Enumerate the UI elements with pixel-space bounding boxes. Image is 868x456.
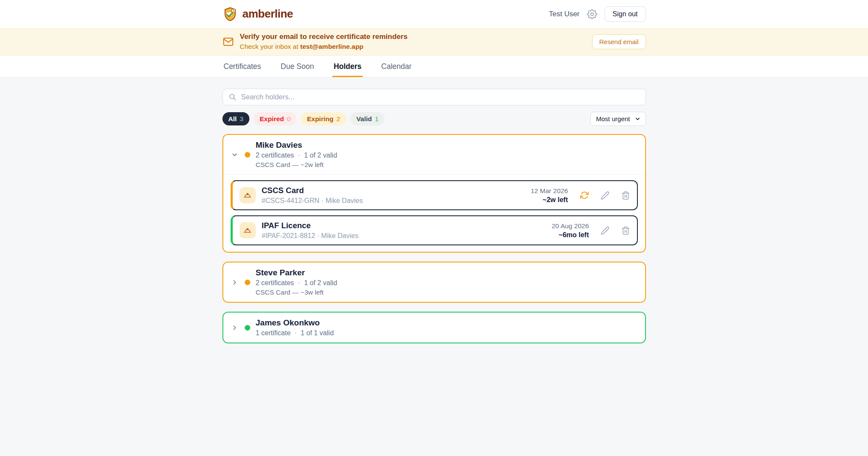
hard-hat-icon xyxy=(240,187,256,203)
tab-holders[interactable]: Holders xyxy=(332,56,363,77)
certificate-title: CSCS Card xyxy=(262,186,363,195)
renew-icon[interactable] xyxy=(580,191,589,200)
top-bar: amberline Test User Sign out xyxy=(0,0,868,28)
status-dot-expiring xyxy=(245,280,250,285)
holder-meta: 1 certificate · 1 of 1 valid xyxy=(256,329,334,337)
certificate-title: IPAF Licence xyxy=(262,221,358,230)
filter-valid-label: Valid xyxy=(356,115,372,123)
filter-expiring-label: Expiring xyxy=(307,115,333,123)
holder-valid-count: 1 of 2 valid xyxy=(304,152,337,159)
verify-email-banner: Verify your email to receive certificate… xyxy=(0,28,868,56)
holder-meta: 2 certificates · 1 of 2 valid xyxy=(256,152,338,159)
holder-header[interactable]: James Okonkwo 1 certificate · 1 of 1 val… xyxy=(223,313,645,343)
certificate-id-line: #CSCS-4412-GRN · Mike Davies xyxy=(262,197,363,205)
holder-valid-count: 1 of 1 valid xyxy=(301,329,334,337)
banner-title: Verify your email to receive certificate… xyxy=(240,33,408,41)
main-content: All3 Expired0 Expiring2 Valid1 Most urge… xyxy=(222,77,646,369)
filter-all[interactable]: All3 xyxy=(222,112,249,125)
edit-icon[interactable] xyxy=(601,226,610,235)
shield-logo-icon xyxy=(222,6,238,22)
holder-valid-count: 1 of 2 valid xyxy=(304,279,337,287)
holders-list: Mike Davies 2 certificates · 1 of 2 vali… xyxy=(222,134,646,343)
holder-header[interactable]: Mike Davies 2 certificates · 1 of 2 vali… xyxy=(223,135,645,174)
chevron-down-icon xyxy=(635,116,640,122)
brand: amberline xyxy=(222,6,293,22)
holder-name: Steve Parker xyxy=(256,268,338,277)
holder-card-steve-parker: Steve Parker 2 certificates · 1 of 2 val… xyxy=(222,262,646,303)
certificate-time-left: ~2w left xyxy=(530,196,568,204)
status-dot-valid xyxy=(245,325,250,331)
holder-meta: 2 certificates · 1 of 2 valid xyxy=(256,279,338,287)
certificate-row-ipaf-licence: IPAF Licence #IPAF-2021-8812 · Mike Davi… xyxy=(231,215,638,245)
holder-card-mike-davies: Mike Davies 2 certificates · 1 of 2 vali… xyxy=(222,134,646,253)
brand-name: amberline xyxy=(243,7,293,21)
holder-name: Mike Davies xyxy=(256,140,338,150)
holder-cert-count: 2 certificates xyxy=(256,152,294,159)
status-dot-expiring xyxy=(245,152,250,158)
hard-hat-icon xyxy=(240,222,256,238)
holder-card-james-okonkwo: James Okonkwo 1 certificate · 1 of 1 val… xyxy=(222,312,646,343)
delete-icon[interactable] xyxy=(621,226,630,235)
user-name: Test User xyxy=(549,10,580,18)
filter-all-label: All xyxy=(228,115,237,123)
banner-subtitle-prefix: Check your inbox at xyxy=(240,43,300,50)
separator-dot: · xyxy=(294,329,296,337)
sign-out-button[interactable]: Sign out xyxy=(604,6,646,22)
tab-certificates[interactable]: Certificates xyxy=(222,56,263,77)
delete-icon[interactable] xyxy=(621,191,630,200)
tab-due-soon[interactable]: Due Soon xyxy=(279,56,315,77)
search-input[interactable] xyxy=(222,89,646,105)
chevron-down-icon[interactable] xyxy=(231,151,239,158)
sort-dropdown[interactable]: Most urgent xyxy=(590,112,646,126)
filter-expiring-count: 2 xyxy=(336,115,340,123)
filter-expired-label: Expired xyxy=(260,115,284,123)
banner-email: test@amberline.app xyxy=(300,43,364,50)
certificate-id-line: #IPAF-2021-8812 · Mike Davies xyxy=(262,232,358,240)
banner-subtitle: Check your inbox at test@amberline.app xyxy=(240,43,408,51)
separator-dot: · xyxy=(298,279,300,287)
holder-cert-count: 2 certificates xyxy=(256,279,294,287)
filter-valid[interactable]: Valid1 xyxy=(350,112,385,125)
sort-selected-value: Most urgent xyxy=(596,115,630,122)
certificate-time-left: ~6mo left xyxy=(551,231,589,239)
filter-all-count: 3 xyxy=(240,115,243,123)
filter-expiring[interactable]: Expiring2 xyxy=(301,112,346,125)
holder-name: James Okonkwo xyxy=(256,318,334,328)
envelope-icon xyxy=(222,36,234,48)
certificate-expiry-date: 20 Aug 2026 xyxy=(551,222,589,230)
chevron-right-icon[interactable] xyxy=(231,279,239,286)
tab-calendar[interactable]: Calendar xyxy=(380,56,413,77)
filter-expired[interactable]: Expired0 xyxy=(254,112,296,125)
search-box xyxy=(222,89,646,105)
gear-icon[interactable] xyxy=(587,9,597,19)
filter-valid-count: 1 xyxy=(375,115,379,123)
search-icon xyxy=(228,93,237,101)
certificate-expiry-date: 12 Mar 2026 xyxy=(530,187,568,195)
certificate-row-cscs-card: CSCS Card #CSCS-4412-GRN · Mike Davies 1… xyxy=(231,180,638,210)
tab-bar: Certificates Due Soon Holders Calendar xyxy=(0,56,868,77)
edit-icon[interactable] xyxy=(601,191,610,200)
chevron-right-icon[interactable] xyxy=(231,324,239,331)
resend-email-button[interactable]: Resend email xyxy=(592,34,646,49)
filter-row: All3 Expired0 Expiring2 Valid1 Most urge… xyxy=(222,112,646,126)
filter-expired-count: 0 xyxy=(287,115,291,123)
holder-summary: CSCS Card — ~2w left xyxy=(256,161,338,169)
holder-header[interactable]: Steve Parker 2 certificates · 1 of 2 val… xyxy=(223,262,645,302)
holder-summary: CSCS Card — ~3w left xyxy=(256,289,338,296)
holder-cert-count: 1 certificate xyxy=(256,329,291,337)
certificates-section: CSCS Card #CSCS-4412-GRN · Mike Davies 1… xyxy=(223,174,645,252)
separator-dot: · xyxy=(298,152,300,159)
